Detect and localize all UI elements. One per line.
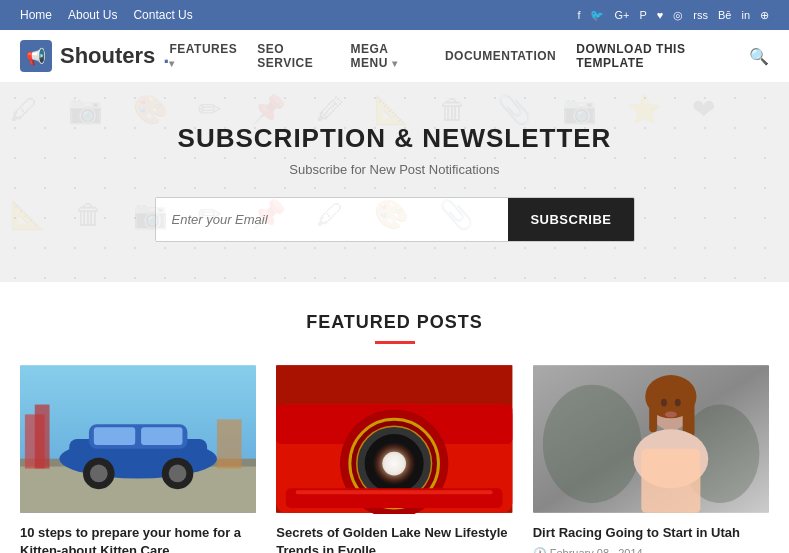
nav-documentation[interactable]: DOCUMENTATION (445, 49, 556, 63)
main-header: 📢 Shouters. FEATURES ▾ SEO SERVICE MEGA … (0, 30, 789, 83)
facebook-icon[interactable]: f (577, 9, 580, 21)
post-title-2: Secrets of Golden Lake New Lifestyle Tre… (276, 524, 512, 553)
nav-mega-menu[interactable]: MEGA MENU ▾ (350, 42, 424, 70)
svg-point-40 (674, 399, 680, 407)
subscription-subtitle: Subscribe for New Post Notifications (20, 162, 769, 177)
post-image-1 (20, 364, 256, 514)
main-nav: FEATURES ▾ SEO SERVICE MEGA MENU ▾ DOCUM… (169, 42, 769, 70)
svg-point-41 (665, 411, 677, 417)
post-title-1: 10 steps to prepare your home for a Kitt… (20, 524, 256, 553)
googleplus-icon[interactable]: G+ (614, 9, 629, 21)
svg-rect-38 (641, 449, 700, 513)
logo-name: Shouters (60, 43, 155, 69)
svg-point-30 (543, 385, 641, 503)
nav-download[interactable]: DOWNLOAD THIS TEMPLATE (576, 42, 729, 70)
posts-grid: 10 steps to prepare your home for a Kitt… (20, 364, 769, 553)
top-bar: Home About Us Contact Us f 🐦 G+ P ♥ ◎ rs… (0, 0, 789, 30)
logo[interactable]: 📢 Shouters. (20, 40, 169, 72)
svg-point-39 (661, 399, 667, 407)
email-form: SUBSCRIBE (155, 197, 635, 242)
logo-icon: 📢 (20, 40, 52, 72)
features-arrow: ▾ (169, 58, 175, 69)
svg-point-9 (90, 465, 108, 483)
svg-rect-6 (94, 427, 135, 445)
subscription-section: 🖊📷🎨✏📌 🖉📐🗑📎📷 ⭐❤📐🗑📷 ✏📌🖊🎨📎 SUBSCRIPTION & N… (0, 83, 789, 282)
nav-seo[interactable]: SEO SERVICE (257, 42, 330, 70)
email-input[interactable] (156, 198, 509, 241)
circle-icon[interactable]: ◎ (673, 9, 683, 22)
svg-rect-13 (35, 405, 50, 469)
post-card-3[interactable]: Dirt Racing Going to Start in Utah 🕐 Feb… (533, 364, 769, 553)
post-card-1[interactable]: 10 steps to prepare your home for a Kitt… (20, 364, 256, 553)
pinterest-icon[interactable]: P (639, 9, 646, 21)
search-icon[interactable]: 🔍 (749, 47, 769, 66)
bg-decoration: 🖊📷🎨✏📌 🖉📐🗑📎📷 ⭐❤📐🗑📷 ✏📌🖊🎨📎 (0, 83, 789, 282)
behance-icon[interactable]: Bē (718, 9, 731, 21)
mega-arrow: ▾ (392, 58, 398, 69)
featured-title: FEATURED POSTS (20, 312, 769, 333)
svg-rect-34 (649, 393, 657, 432)
plus-icon[interactable]: ⊕ (760, 9, 769, 22)
svg-rect-14 (217, 419, 242, 468)
top-nav-home[interactable]: Home (20, 8, 52, 22)
post-image-3 (533, 364, 769, 514)
post-card-2[interactable]: Secrets of Golden Lake New Lifestyle Tre… (276, 364, 512, 553)
svg-rect-28 (296, 490, 493, 494)
subscription-title: SUBSCRIPTION & NEWSLETTER (20, 123, 769, 154)
post-image-2 (276, 364, 512, 514)
nav-features[interactable]: FEATURES ▾ (169, 42, 237, 70)
svg-rect-7 (141, 427, 182, 445)
social-icons: f 🐦 G+ P ♥ ◎ rss Bē in ⊕ (577, 9, 769, 22)
top-nav: Home About Us Contact Us (20, 8, 193, 22)
section-title: FEATURED POSTS (20, 312, 769, 344)
svg-point-24 (383, 452, 407, 476)
subscribe-button[interactable]: SUBSCRIBE (508, 198, 633, 241)
top-nav-about[interactable]: About Us (68, 8, 117, 22)
top-nav-contact[interactable]: Contact Us (133, 8, 192, 22)
rss-icon[interactable]: rss (693, 9, 708, 21)
clock-icon-3: 🕐 (533, 547, 547, 553)
title-underline (375, 341, 415, 344)
svg-point-11 (169, 465, 187, 483)
heart-icon[interactable]: ♥ (657, 9, 664, 21)
linkedin-icon[interactable]: in (741, 9, 750, 21)
featured-section: FEATURED POSTS (0, 282, 789, 553)
post-date-3: 🕐 February 08 , 2014 (533, 547, 769, 553)
twitter-icon[interactable]: 🐦 (590, 9, 604, 22)
post-title-3: Dirt Racing Going to Start in Utah (533, 524, 769, 542)
